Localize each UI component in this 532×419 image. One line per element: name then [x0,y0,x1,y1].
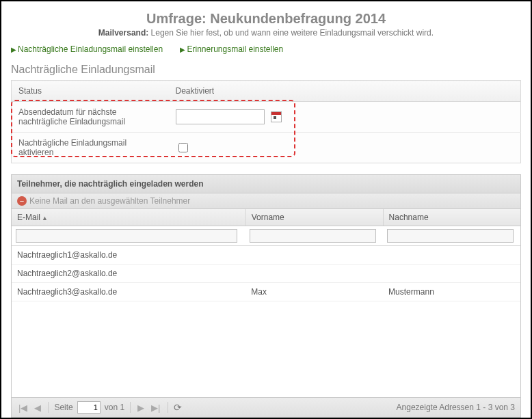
page-subtitle: Mailversand: Legen Sie hier fest, ob und… [11,28,521,38]
nav-links: ▶Nachträgliche Einladungsmail einstellen… [11,44,521,54]
subtitle-bold: Mailversand: [98,28,148,38]
filter-email-input[interactable] [16,229,237,243]
settings-col-status: Status [12,81,169,102]
remove-icon[interactable]: − [17,196,27,206]
pager-prev-button[interactable]: ◀ [33,403,42,413]
row-activate-label: Nachträgliche Einladungsmail aktivieren [12,133,169,163]
grid-empty-area [12,301,520,397]
filter-lastname-input[interactable] [387,229,514,243]
calendar-icon[interactable] [271,111,282,122]
grid-footer: |◀ ◀ Seite von 1 ▶ ▶| ⟳ Angezeigte Adres… [12,397,520,417]
activate-checkbox[interactable] [178,143,188,152]
col-header-email[interactable]: E-Mail▲ [12,209,245,226]
pager-page-input[interactable] [77,401,101,414]
cell-firstname: Max [245,283,383,301]
page-title: Umfrage: Neukundenbefragung 2014 [11,11,521,27]
subtitle-text: Legen Sie hier fest, ob und wann eine we… [151,28,434,38]
cell-lastname [383,265,520,283]
triangle-icon: ▶ [180,46,185,53]
table-row[interactable]: Nachtraeglich2@askallo.de [12,265,520,283]
pager-first-button[interactable]: |◀ [17,403,29,413]
row-send-date-label: Absendedatum für nächste nachträgliche E… [12,102,169,133]
refresh-icon[interactable]: ⟳ [174,402,182,413]
filter-row [12,226,520,246]
cell-lastname: Mustermann [383,283,520,301]
col-header-firstname[interactable]: Vorname [245,209,383,226]
pager-display-info: Angezeigte Adressen 1 - 3 von 3 [397,403,515,412]
settings-table: Status Deaktiviert Absendedatum für näch… [11,80,521,163]
nav-reminder-mail[interactable]: ▶Erinnerungsmail einstellen [180,44,283,54]
pager-of-label: von 1 [105,403,124,412]
section-heading: Nachträgliche Einladungsmail [11,64,521,76]
col-header-lastname[interactable]: Nachname [383,209,520,226]
cell-lastname [383,246,520,265]
cell-firstname [245,265,383,283]
cell-email: Nachtraeglich1@askallo.de [12,246,245,265]
nav-followup-mail[interactable]: ▶Nachträgliche Einladungsmail einstellen [11,44,163,54]
cell-firstname [245,246,383,265]
participants-grid: Teilnehmer, die nachträglich eingeladen … [11,174,521,418]
toolbar-action-label[interactable]: Keine Mail an den ausgewählten Teilnehme… [29,196,190,206]
triangle-icon: ▶ [11,46,16,53]
pager-last-button[interactable]: ▶| [150,403,161,413]
sort-asc-icon: ▲ [42,215,48,221]
filter-firstname-input[interactable] [250,229,376,243]
cell-email: Nachtraeglich3@askallo.de [12,283,245,301]
settings-col-value: Deaktiviert [169,81,521,102]
pager-page-label: Seite [54,403,72,412]
pager-next-button[interactable]: ▶ [136,403,146,413]
table-row[interactable]: Nachtraeglich1@askallo.de [12,246,520,265]
grid-title: Teilnehmer, die nachträglich eingeladen … [12,175,520,193]
grid-toolbar: − Keine Mail an den ausgewählten Teilneh… [12,193,520,209]
table-row[interactable]: Nachtraeglich3@askallo.de Max Mustermann [12,283,520,301]
pager: |◀ ◀ Seite von 1 ▶ ▶| ⟳ [17,401,182,414]
cell-email: Nachtraeglich2@askallo.de [12,265,245,283]
send-date-input[interactable] [176,109,265,124]
